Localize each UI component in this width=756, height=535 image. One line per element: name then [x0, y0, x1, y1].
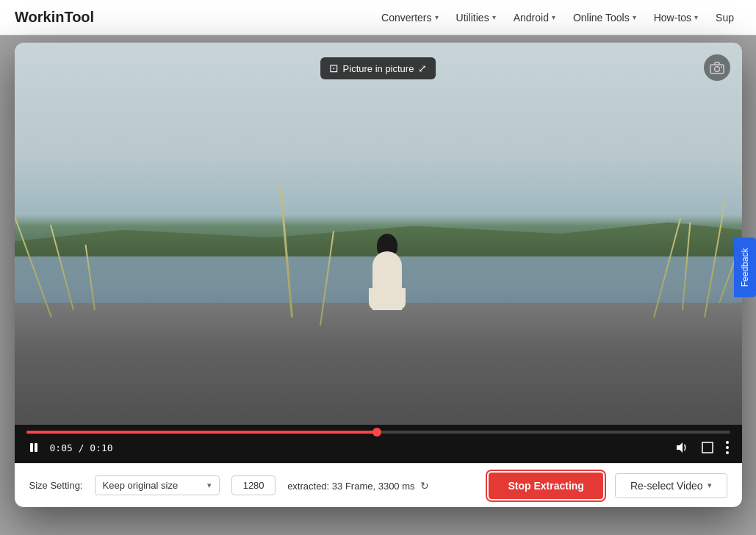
- fullscreen-button[interactable]: [699, 439, 716, 456]
- video-rocks: [15, 303, 742, 425]
- svg-point-2: [721, 66, 722, 68]
- nav-how-tos-label: How-tos: [654, 12, 691, 24]
- nav-how-tos[interactable]: How-tos ▾: [647, 7, 705, 28]
- chevron-down-icon: ▾: [492, 13, 496, 21]
- video-modal: ⊡ Picture in picture ⤢: [15, 43, 742, 507]
- svg-point-7: [726, 446, 729, 449]
- pause-icon: [28, 442, 40, 453]
- nav-android[interactable]: Android ▾: [506, 7, 563, 28]
- more-options-icon: [726, 441, 729, 454]
- nav-android-label: Android: [514, 12, 549, 24]
- stop-extracting-button[interactable]: Stop Extracting: [489, 473, 602, 499]
- more-options-button[interactable]: [724, 439, 730, 456]
- background-content: ⊡ Picture in picture ⤢: [0, 35, 756, 535]
- reselect-label: Re-select Video: [630, 480, 703, 492]
- svg-point-8: [726, 451, 729, 454]
- side-tab-label: Feedback: [740, 248, 750, 287]
- side-tab[interactable]: Feedback: [734, 238, 756, 298]
- modal-overlay: ⊡ Picture in picture ⤢: [0, 35, 756, 535]
- refresh-icon: ↻: [420, 480, 429, 492]
- volume-icon: [674, 442, 689, 453]
- size-select-dropdown[interactable]: Keep original size ▾: [95, 475, 220, 495]
- progress-bar-fill: [26, 431, 378, 434]
- current-time: 0:05: [50, 442, 73, 453]
- pip-expand-icon: ⤢: [418, 62, 427, 74]
- width-input[interactable]: [231, 475, 276, 495]
- nav: Converters ▾ Utilities ▾ Android ▾ Onlin…: [374, 7, 741, 28]
- chevron-down-icon: ▾: [207, 481, 212, 490]
- nav-sup-label: Sup: [716, 12, 734, 24]
- chevron-down-icon: ▾: [552, 13, 555, 21]
- chevron-down-icon: ▾: [633, 13, 636, 21]
- nav-utilities-label: Utilities: [456, 12, 489, 24]
- extracted-info-text: extracted: 33 Frame, 3300 ms: [287, 481, 414, 492]
- controls-row: 0:05 / 0:10: [26, 439, 730, 456]
- nav-online-tools-label: Online Tools: [573, 12, 630, 24]
- chevron-down-icon: ▾: [435, 13, 439, 21]
- time-display: 0:05 / 0:10: [50, 442, 113, 453]
- size-setting-label: Size Setting:: [29, 480, 83, 491]
- pip-tooltip-label: Picture in picture: [343, 63, 414, 74]
- svg-point-1: [714, 67, 719, 72]
- header: WorkinTool Converters ▾ Utilities ▾ Andr…: [0, 0, 756, 35]
- person-figure: [365, 222, 409, 310]
- total-time: 0:10: [90, 442, 112, 453]
- extracted-info: extracted: 33 Frame, 3300 ms ↻: [287, 480, 477, 492]
- chevron-down-icon: ▾: [708, 481, 712, 490]
- video-scene: [15, 43, 742, 425]
- camera-icon: [710, 61, 724, 74]
- pip-icon: ⊡: [329, 62, 339, 75]
- pause-button[interactable]: [26, 440, 41, 455]
- svg-rect-3: [30, 443, 33, 452]
- pip-tooltip[interactable]: ⊡ Picture in picture ⤢: [320, 57, 436, 79]
- svg-rect-4: [35, 443, 37, 452]
- svg-point-6: [726, 441, 729, 444]
- nav-online-tools[interactable]: Online Tools ▾: [566, 7, 644, 28]
- time-separator: /: [79, 442, 90, 453]
- fullscreen-icon: [701, 441, 714, 454]
- size-select-value: Keep original size: [103, 480, 179, 491]
- video-area[interactable]: ⊡ Picture in picture ⤢: [15, 43, 742, 425]
- person-legs: [369, 288, 406, 310]
- volume-button[interactable]: [673, 440, 691, 455]
- nav-sup[interactable]: Sup: [708, 7, 741, 28]
- nav-utilities[interactable]: Utilities ▾: [449, 7, 503, 28]
- camera-icon-button[interactable]: [704, 54, 730, 81]
- logo: WorkinTool: [15, 9, 94, 26]
- bottom-bar: Size Setting: Keep original size ▾ extra…: [15, 463, 742, 507]
- progress-bar[interactable]: [26, 431, 730, 434]
- chevron-down-icon: ▾: [694, 13, 698, 21]
- reselect-video-button[interactable]: Re-select Video ▾: [615, 473, 727, 498]
- video-controls: 0:05 / 0:10: [15, 425, 742, 463]
- nav-converters[interactable]: Converters ▾: [374, 7, 445, 28]
- nav-converters-label: Converters: [381, 12, 431, 24]
- svg-rect-5: [702, 442, 713, 453]
